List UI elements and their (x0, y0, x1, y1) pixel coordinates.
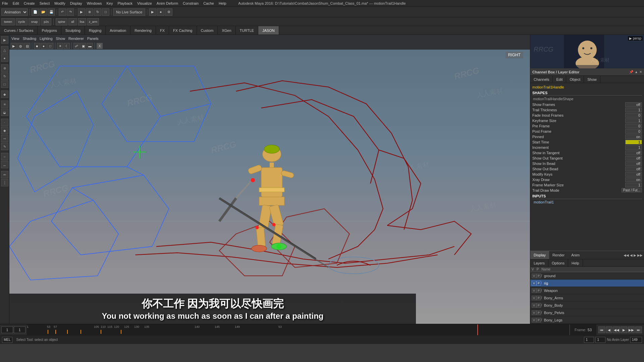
tab-animation[interactable]: Animation (106, 26, 130, 35)
timeline-range-end-field[interactable] (630, 337, 642, 343)
cb-value-pre-frame[interactable]: 0 (625, 124, 642, 128)
vp-menu-shading[interactable]: Shading (23, 37, 36, 41)
channel-box-expand-btn[interactable]: ▲ (635, 70, 638, 74)
cb-shape-name[interactable]: motionTrailHandleShape (532, 96, 642, 102)
cb-value-trail-thickness[interactable]: 1 (625, 108, 642, 112)
bezier-btn[interactable]: ∾ (1, 135, 8, 142)
menu-item-select[interactable]: Select (40, 1, 50, 5)
cb-value-show-in-tangent[interactable]: off (625, 150, 642, 155)
step-fwd-btn[interactable]: ▶▶ (628, 326, 635, 333)
cb-value-show-in-bead[interactable]: off (625, 161, 642, 166)
joint-tool-btn[interactable]: ○ (1, 153, 8, 160)
layer-v-btn-bony-body[interactable]: V (532, 303, 536, 308)
tab-custom[interactable]: Custom (197, 26, 218, 35)
menu-item-visualize[interactable]: Visualize (137, 1, 152, 5)
cb-value-show-out-bead[interactable]: off (625, 167, 642, 171)
curve-ep-btn[interactable]: ◆ (1, 127, 8, 134)
save-file-btn[interactable]: 💾 (48, 8, 55, 16)
cb-value-post-frame[interactable]: 0 (625, 129, 642, 134)
vp-gate-btn[interactable]: ▬ (87, 43, 93, 49)
tab-xgen[interactable]: XGen (218, 26, 235, 35)
layer-v-btn-bony-pelvis[interactable]: V (532, 310, 536, 315)
lasso-tool-btn[interactable]: △ (1, 46, 8, 54)
layer-weapon[interactable]: V P / Weapon (530, 287, 644, 294)
layer-v-btn-weapon[interactable]: V (532, 288, 536, 293)
menu-item-constrain[interactable]: Constrain (183, 1, 199, 5)
vp-menu-show[interactable]: Show (56, 37, 65, 41)
frame-value[interactable]: 53 (588, 328, 592, 332)
select-btn[interactable]: ▶ (78, 8, 85, 16)
mode-dropdown[interactable]: Animation (1, 8, 28, 16)
scale-tool-btn[interactable]: □ (1, 80, 8, 88)
sculpt-btn[interactable]: ◒ (1, 109, 8, 116)
vp-menu-panels[interactable]: Panels (87, 37, 99, 41)
spine-btn[interactable]: spine (56, 18, 67, 25)
soft-mod-btn[interactable]: ⚹ (1, 101, 8, 108)
select-tool-btn[interactable]: ▶ (1, 36, 8, 44)
vp-grid-btn[interactable]: ▤ (24, 43, 30, 49)
curve-cv-btn[interactable]: ⋅ (1, 119, 8, 126)
rotate-btn[interactable]: ↻ (94, 8, 101, 16)
vp-texture-btn[interactable]: □ (47, 43, 53, 49)
menu-item-cache[interactable]: Cache (203, 1, 214, 5)
menu-item-animdeform[interactable]: Anim Deform (157, 1, 178, 5)
show-manipulator-btn[interactable]: ◆ (1, 90, 8, 98)
cb-tab-object[interactable]: Object (566, 76, 584, 83)
paint-tool-btn[interactable]: ● (1, 54, 8, 62)
cb-value-pinned[interactable]: on (625, 134, 642, 139)
layer-ctrl-4[interactable]: ▶▶ (637, 253, 643, 257)
layer-p-btn-ground[interactable]: P (536, 274, 541, 278)
go-to-start-btn[interactable]: ⏮ (598, 326, 605, 333)
tab-display[interactable]: Display (530, 251, 549, 259)
move-tool-btn[interactable]: ⊕ (1, 64, 8, 72)
tab-anim[interactable]: Anim (568, 251, 583, 259)
snap-btn[interactable]: snap (29, 18, 40, 25)
tab-curves-surfaces[interactable]: Curves / Surfaces (0, 26, 38, 35)
step-back-btn[interactable]: ◀ (606, 326, 612, 333)
mode-label[interactable]: MEL (2, 337, 12, 343)
vp-menu-renderer[interactable]: Renderer (68, 37, 84, 41)
open-file-btn[interactable]: 📂 (40, 8, 47, 16)
cb-value-increment[interactable]: 1 (625, 145, 642, 150)
vp-select-btn[interactable]: ▶ (11, 43, 17, 49)
layer-rig[interactable]: V P / rig (530, 280, 644, 287)
render-btn[interactable]: ▶ (149, 8, 156, 16)
render-settings-btn[interactable]: ⚙ (165, 8, 172, 16)
vp-menu-lighting[interactable]: Lighting (40, 37, 53, 41)
sub-tab-help[interactable]: Help (568, 259, 583, 266)
cb-value-start-time[interactable]: 1 (625, 140, 642, 144)
all-btn[interactable]: all (68, 18, 77, 25)
menu-item-help[interactable]: Help (219, 1, 226, 5)
lisa-btn[interactable]: lisa (78, 18, 86, 25)
tab-render[interactable]: Render (549, 251, 568, 259)
tab-sculpting[interactable]: Sculpting (61, 26, 85, 35)
menu-item-edit[interactable]: Edit (13, 1, 19, 5)
vp-resolution-btn[interactable]: ▣ (80, 43, 86, 49)
annotation-btn[interactable]: ✏ (1, 171, 8, 178)
cb-value-trail-draw-mode[interactable]: Past / Fut... (622, 188, 642, 192)
sub-tab-options[interactable]: Options (548, 259, 568, 266)
menu-item-key[interactable]: Key (106, 1, 113, 5)
menu-item-create[interactable]: Create (24, 1, 35, 5)
pencil-btn[interactable]: ✎ (1, 143, 8, 150)
vp-wire-btn[interactable]: ■ (34, 43, 40, 49)
scale-btn[interactable]: □ (102, 8, 109, 16)
tab-polygons[interactable]: Polygons (38, 26, 61, 35)
redo-btn[interactable]: ↷ (67, 8, 74, 16)
tab-jason[interactable]: JASON (258, 26, 279, 35)
cb-object-name[interactable]: motionTrail1Handle (532, 84, 642, 90)
tab-rigging[interactable]: Rigging (85, 26, 106, 35)
menu-item-windows[interactable]: Windows (87, 1, 102, 5)
p2s-btn[interactable]: p2s (41, 18, 51, 25)
cb-input-motion-trail[interactable]: motionTrail1 (532, 200, 642, 204)
cycle-btn[interactable]: cycle (16, 18, 28, 25)
undo-btn[interactable]: ↶ (59, 8, 66, 16)
cb-value-fade-inout[interactable]: 0 (625, 113, 642, 118)
cb-value-modify-keys[interactable]: off (625, 172, 642, 177)
menu-item-modify[interactable]: Modify (54, 1, 65, 5)
layer-ctrl-3[interactable]: ▶ (634, 253, 636, 257)
vp-xray-btn[interactable]: X (97, 43, 103, 49)
layer-v-btn-rig[interactable]: V (532, 281, 536, 286)
cb-value-keyframe-size[interactable]: 1 (625, 118, 642, 123)
cb-value-show-out-tangent[interactable]: off (625, 156, 642, 161)
